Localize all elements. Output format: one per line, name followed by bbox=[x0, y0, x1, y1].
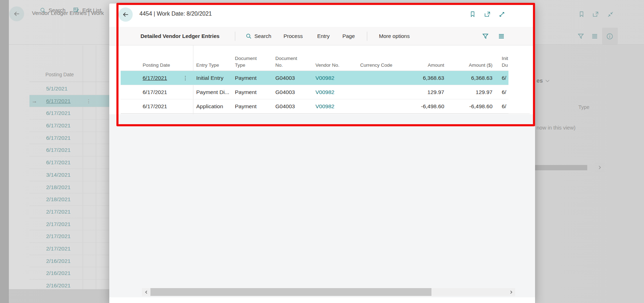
cell-amount-usd: 129.97 bbox=[446, 85, 492, 99]
more-options-menu[interactable]: More options bbox=[379, 27, 410, 45]
dialog-caption: Detailed Vendor Ledger Entries bbox=[141, 27, 220, 45]
chevron-right-icon bbox=[509, 290, 513, 294]
cell-init-due: 6/ bbox=[502, 71, 511, 85]
cell-document-type: Payment bbox=[235, 99, 273, 114]
column-header-posting-date[interactable]: Posting Date bbox=[143, 45, 192, 71]
column-header-vendor-no[interactable]: Vendor No. bbox=[315, 45, 354, 71]
cell-entry-type: Application bbox=[196, 99, 233, 114]
cell-entry-type: Payment Di... bbox=[196, 85, 233, 99]
dialog-empty-area bbox=[109, 114, 535, 297]
table-row[interactable]: 6/17/2021ApplicationPaymentG04003V00982-… bbox=[109, 99, 535, 114]
table-bottom-border bbox=[121, 114, 530, 114]
cell-vendor-no[interactable]: V00982 bbox=[315, 85, 354, 99]
hscrollbar-thumb[interactable] bbox=[150, 288, 431, 296]
dialog-title: 4454 | Work Date: 8/20/2021 bbox=[139, 11, 212, 17]
cell-document-no: G04003 bbox=[275, 71, 314, 85]
screen: Vendor Ledger Entries | Work Search Edit… bbox=[0, 0, 644, 303]
divider bbox=[367, 32, 367, 41]
cell-document-no: G04003 bbox=[275, 85, 314, 99]
dialog-back-button[interactable] bbox=[119, 7, 133, 22]
cell-document-no: G04003 bbox=[275, 99, 314, 114]
column-header-document-type[interactable]: DocumentType bbox=[235, 45, 273, 71]
entry-menu[interactable]: Entry bbox=[317, 27, 330, 45]
scroll-left-button[interactable] bbox=[142, 288, 150, 296]
column-header-amount-usd[interactable]: Amount ($) bbox=[446, 45, 492, 71]
column-header-init-due[interactable]: InitDu bbox=[502, 45, 511, 71]
cell-amount: 129.97 bbox=[398, 85, 444, 99]
page-menu[interactable]: Page bbox=[342, 27, 355, 45]
cell-document-type: Payment bbox=[235, 71, 273, 85]
search-menu[interactable]: Search bbox=[246, 27, 271, 45]
search-icon bbox=[246, 33, 252, 39]
detailed-entries-table: Posting Date Entry Type DocumentType Doc… bbox=[109, 45, 535, 114]
cell-amount-usd: -6,498.60 bbox=[446, 99, 492, 114]
chevron-left-icon bbox=[144, 290, 148, 294]
table-row[interactable]: 6/17/2021Initial EntryPaymentG04003V0098… bbox=[109, 71, 535, 85]
column-header-amount[interactable]: Amount bbox=[398, 45, 444, 71]
column-header-document-no[interactable]: DocumentNo. bbox=[275, 45, 314, 71]
cell-document-type: Payment bbox=[235, 85, 273, 99]
process-menu[interactable]: Process bbox=[284, 27, 303, 45]
column-header-entry-type[interactable]: Entry Type bbox=[196, 45, 233, 71]
cell-entry-type: Initial Entry bbox=[196, 71, 233, 85]
expand-icon[interactable] bbox=[496, 8, 508, 20]
cell-amount: 6,368.63 bbox=[398, 71, 444, 85]
bookmark-icon[interactable] bbox=[467, 8, 479, 20]
cell-amount-usd: 6,368.63 bbox=[446, 71, 492, 85]
back-arrow-icon bbox=[122, 11, 129, 18]
dialog-footer bbox=[109, 297, 535, 303]
cell-posting-date[interactable]: 6/17/2021 bbox=[143, 99, 192, 114]
dialog-action-bar: Detailed Vendor Ledger Entries Search Pr… bbox=[109, 27, 535, 45]
switch-view-icon[interactable] bbox=[497, 32, 505, 40]
cell-init-due: 6/ bbox=[502, 85, 511, 99]
cell-vendor-no[interactable]: V00982 bbox=[315, 71, 354, 85]
divider bbox=[235, 32, 235, 41]
row-ellipsis-icon[interactable]: ⋮ bbox=[182, 71, 189, 85]
cell-amount: -6,498.60 bbox=[398, 99, 444, 114]
scroll-right-button[interactable] bbox=[507, 288, 515, 296]
cell-vendor-no[interactable]: V00982 bbox=[315, 99, 354, 114]
open-in-new-window-icon[interactable] bbox=[481, 8, 493, 20]
cell-init-due: 6/ bbox=[502, 99, 511, 114]
table-row[interactable]: 6/17/2021Payment Di...PaymentG04003V0098… bbox=[109, 85, 535, 99]
detailed-vendor-ledger-entries-dialog: 4454 | Work Date: 8/20/2021 Detailed Ven… bbox=[109, 4, 535, 303]
cell-posting-date[interactable]: 6/17/2021 bbox=[143, 85, 192, 99]
filter-icon[interactable] bbox=[481, 32, 489, 40]
dialog-hscrollbar[interactable] bbox=[142, 288, 515, 296]
